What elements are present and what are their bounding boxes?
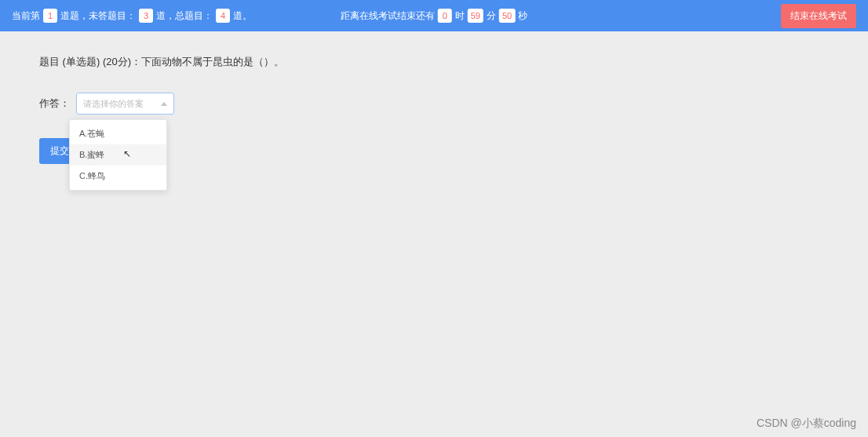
end-text: 道。: [233, 9, 252, 23]
option-b-label: B.蜜蜂: [79, 150, 104, 159]
end-exam-button[interactable]: 结束在线考试: [781, 4, 856, 28]
current-prefix: 当前第: [12, 9, 40, 23]
answer-dropdown: A.苍蝇 B.蜜蜂 ↖ C.蜂鸟: [69, 119, 167, 191]
total-num: 4: [216, 9, 230, 23]
minutes-label: 分: [487, 9, 496, 23]
chevron-up-icon: [161, 102, 167, 106]
mid-text: 道，总题目：: [156, 9, 213, 23]
current-suffix: 道题，未答题目：: [60, 9, 136, 23]
answer-row: 作答： 请选择你的答案 A.苍蝇 B.蜜蜂 ↖ C.蜂鸟: [39, 93, 829, 115]
hours-label: 时: [455, 9, 465, 23]
dropdown-option-c[interactable]: C.蜂鸟: [70, 166, 166, 187]
cursor-icon: ↖: [123, 148, 131, 159]
question-text: 题目 (单选题) (20分)：下面动物不属于昆虫的是（）。: [39, 55, 829, 69]
seconds-num: 50: [499, 9, 515, 23]
current-num: 1: [43, 9, 57, 23]
header-right: 结束在线考试: [781, 4, 856, 28]
answer-select[interactable]: 请选择你的答案: [76, 93, 174, 115]
dropdown-option-a[interactable]: A.苍蝇: [70, 123, 166, 144]
exam-content: 题目 (单选题) (20分)：下面动物不属于昆虫的是（）。 作答： 请选择你的答…: [0, 31, 868, 188]
unanswered-num: 3: [139, 9, 153, 23]
answer-label: 作答：: [39, 97, 70, 111]
timer-prefix: 距离在线考试结束还有: [341, 9, 435, 23]
exam-header: 当前第 1 道题，未答题目： 3 道，总题目： 4 道。 距离在线考试结束还有 …: [0, 0, 868, 31]
select-placeholder: 请选择你的答案: [83, 98, 144, 110]
seconds-label: 秒: [518, 9, 527, 23]
progress-info: 当前第 1 道题，未答题目： 3 道，总题目： 4 道。: [12, 9, 252, 23]
minutes-num: 59: [468, 9, 483, 23]
watermark: CSDN @小蔡coding: [757, 417, 856, 431]
timer-info: 距离在线考试结束还有 0 时 59 分 50 秒: [341, 9, 528, 23]
hours-num: 0: [438, 9, 452, 23]
dropdown-option-b[interactable]: B.蜜蜂 ↖: [70, 144, 166, 166]
